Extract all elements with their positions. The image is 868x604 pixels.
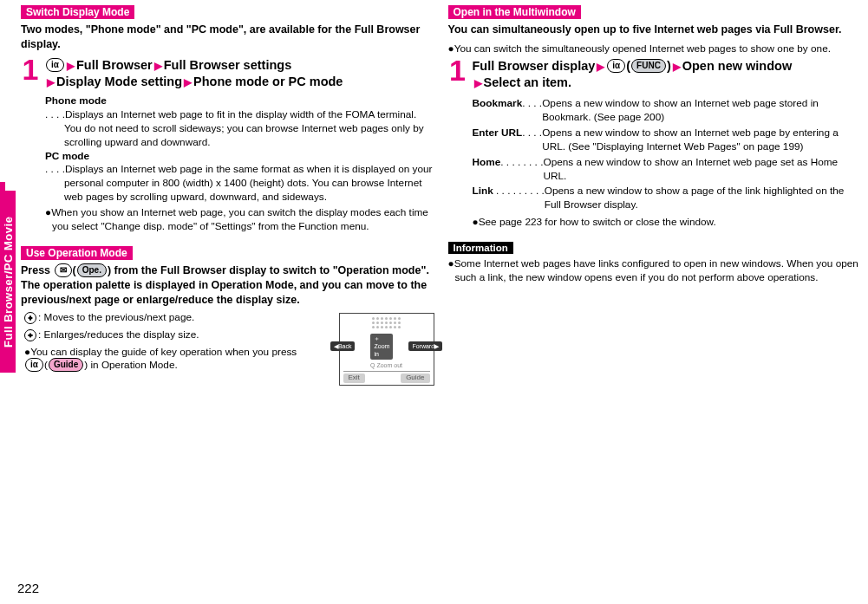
content-columns: Switch Display Mode Two modes, "Phone mo… <box>0 0 868 604</box>
illus-zoom-label: ＋Zoom in <box>370 334 393 360</box>
triangle-icon: ▶ <box>65 60 76 72</box>
def-text: Opens a new window to show an Internet w… <box>542 127 861 154</box>
left-column: Switch Display Mode Two modes, "Phone mo… <box>21 3 434 601</box>
section-tag-multiwindow: Open in the Multiwindow <box>448 5 581 19</box>
def-dots: . . . . <box>522 127 542 154</box>
step-number: 1 <box>448 58 467 83</box>
op-row1: : Moves to the previous/next page. <box>38 311 194 323</box>
i-alpha-icon: iα <box>25 358 43 372</box>
multiwindow-lead: You can simultaneously open up to five I… <box>448 23 862 37</box>
def-row: Bookmark. . . .Opens a new window to sho… <box>473 97 862 125</box>
step-text: Full Browser display▶iα(FUNC)▶Open new w… <box>473 58 862 92</box>
illus-guide-label: Guide <box>401 373 429 383</box>
ope-softkey-icon: Ope. <box>77 263 107 277</box>
information-tag: Information <box>448 242 513 254</box>
step-part-a: Full Browser <box>76 58 153 72</box>
section-tag-switch-display: Switch Display Mode <box>21 5 134 19</box>
operation-mode-lead: Press ✉(Ope.) from the Full Browser disp… <box>21 263 434 308</box>
step-part-b: Full Browser settings <box>164 58 291 72</box>
i-alpha-icon: iα <box>607 59 625 73</box>
step-1-right: 1 Full Browser display▶iα(FUNC)▶Open new… <box>448 58 862 92</box>
op-row3c: ) in Operation Mode. <box>84 360 178 372</box>
tab-marker <box>0 182 5 191</box>
phone-mode-block: Phone mode . . . .Displays an Internet w… <box>45 94 434 234</box>
def-row: Enter URL. . . .Opens a new window to sh… <box>473 127 862 154</box>
step-part-d: Select an item. <box>484 75 572 89</box>
def-text: Opens a new window to show a page of the… <box>545 185 861 212</box>
step-part-c: Open new window <box>682 59 792 73</box>
triangle-icon: ▶ <box>45 76 56 88</box>
switch-display-lead: Two modes, "Phone mode" and "PC mode", a… <box>21 23 434 52</box>
pc-mode-label: PC mode <box>45 150 89 162</box>
def-text: Opens a new window to show an Internet w… <box>542 97 861 125</box>
def-term: Enter URL <box>473 127 523 154</box>
op-row3a: ●You can display the guide of key operat… <box>24 346 297 358</box>
def-dots: . . . . . . . . <box>500 156 543 184</box>
def-term: Home <box>473 156 501 184</box>
illus-back-label: ◀Back <box>330 341 356 351</box>
illus-forward-label: Forward▶ <box>408 341 442 351</box>
step-part-d: Phone mode or PC mode <box>193 75 343 88</box>
phone-mode-label: Phone mode <box>45 94 107 107</box>
page-number: 222 <box>17 581 39 595</box>
multiwindow-definitions: Bookmark. . . .Opens a new window to sho… <box>473 95 862 230</box>
left-right-nav-icon <box>24 312 36 324</box>
mail-icon: ✉ <box>55 263 72 277</box>
def-dots: . . . . <box>522 97 542 125</box>
information-body: ●Some Internet web pages have links conf… <box>448 257 862 285</box>
def-text: Opens a new window to show an Internet w… <box>543 156 861 184</box>
right-column: Open in the Multiwindow You can simultan… <box>448 3 862 601</box>
triangle-icon: ▶ <box>182 76 193 88</box>
def-dots: . . . . . . . . . <box>493 185 545 212</box>
i-alpha-icon: iα <box>46 58 64 72</box>
op-row2: : Enlarges/reduces the display size. <box>38 328 199 341</box>
triangle-icon: ▶ <box>595 61 606 73</box>
phone-mode-desc: . . . .Displays an Internet web page to … <box>45 108 434 150</box>
def-row: Home. . . . . . . .Opens a new window to… <box>473 156 862 184</box>
func-softkey-icon: FUNC <box>631 59 666 73</box>
op-lead-a: Press <box>21 264 54 276</box>
switch-display-bullet: ●When you show an Internet web page, you… <box>45 206 434 234</box>
side-tab: Full Browser/PC Movie <box>0 191 16 373</box>
page: Full Browser/PC Movie Switch Display Mod… <box>0 0 868 604</box>
step-1-left: 1 iα▶Full Browser▶Full Browser settings … <box>21 57 434 91</box>
multiwindow-post-bullet: ●See page 223 for how to switch or close… <box>473 216 862 230</box>
pc-mode-desc: . . . .Displays an Internet web page in … <box>45 163 434 205</box>
step-part-a: Full Browser display <box>473 59 596 73</box>
illus-exit-label: Exit <box>343 373 365 383</box>
step-number: 1 <box>21 57 40 82</box>
triangle-icon: ▶ <box>473 77 484 89</box>
triangle-icon: ▶ <box>153 60 164 72</box>
section-tag-operation-mode: Use Operation Mode <box>21 246 133 260</box>
guide-softkey-icon: Guide <box>49 358 83 372</box>
up-down-nav-icon <box>24 329 36 341</box>
def-term: Bookmark <box>473 97 523 125</box>
op-row3b: ( <box>44 360 48 372</box>
triangle-icon: ▶ <box>671 61 682 73</box>
def-term: Link <box>473 185 493 212</box>
step-part-c: Display Mode setting <box>56 75 182 88</box>
def-row: Link . . . . . . . . .Opens a new window… <box>473 185 862 212</box>
operation-mode-illustration: ◀Back ＋Zoom in Forward▶ Q Zoom out Exit … <box>339 313 434 386</box>
op-lead-b: ( <box>73 264 76 276</box>
operation-mode-body: ◀Back ＋Zoom in Forward▶ Q Zoom out Exit … <box>24 311 434 389</box>
multiwindow-bullet: ●You can switch the simultaneously opene… <box>448 42 862 56</box>
step-text: iα▶Full Browser▶Full Browser settings ▶D… <box>45 57 434 91</box>
